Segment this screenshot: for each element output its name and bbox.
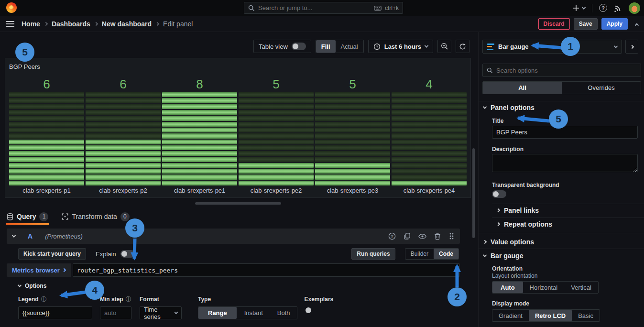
tab-query[interactable]: Query 1 [7, 209, 48, 224]
transform-icon [62, 213, 68, 220]
options-search[interactable] [482, 64, 641, 77]
menu-icon[interactable] [6, 21, 14, 27]
code-option[interactable]: Code [434, 249, 458, 259]
collapse-chevron-up-icon[interactable] [635, 23, 639, 27]
time-range-picker[interactable]: Last 6 hours [368, 40, 433, 53]
builder-option[interactable]: Builder [405, 249, 434, 259]
run-queries-button[interactable]: Run queries [351, 248, 395, 260]
lcd-cell [392, 151, 467, 156]
query-help-icon[interactable]: ? [388, 232, 396, 240]
duplicate-query-icon[interactable] [404, 232, 411, 240]
min-step-input[interactable] [100, 306, 131, 319]
lcd-cell [9, 140, 84, 144]
search-input[interactable] [258, 4, 371, 11]
discard-button[interactable]: Discard [538, 18, 570, 30]
format-select[interactable]: Time series [140, 306, 182, 319]
display-retro-lcd-option[interactable]: Retro LCD [529, 310, 572, 321]
vertical-scrollbar[interactable] [472, 148, 475, 238]
global-search[interactable]: ctrl+k [244, 2, 403, 14]
transparent-background-toggle[interactable] [492, 190, 506, 198]
value-options-section[interactable]: Value options [483, 238, 534, 246]
query-expression-input[interactable] [73, 263, 460, 277]
drag-handle-icon[interactable] [448, 232, 454, 240]
lcd-cell [315, 133, 390, 138]
lcd-cell [315, 163, 390, 168]
grafana-logo-icon[interactable] [6, 2, 17, 13]
actual-option[interactable]: Actual [336, 40, 363, 53]
panel-options-section[interactable]: Panel options [483, 104, 535, 111]
tab-query-label: Query [17, 213, 36, 220]
type-range-option[interactable]: Range [198, 307, 237, 319]
options-search-input[interactable] [496, 67, 637, 74]
refresh-button[interactable] [456, 40, 469, 53]
kick-start-query-button[interactable]: Kick start your query [18, 248, 86, 260]
toggle-visibility-icon[interactable] [418, 233, 426, 240]
avatar[interactable] [629, 2, 640, 14]
panel-title-input[interactable] [492, 126, 638, 139]
add-menu-button[interactable] [573, 5, 585, 11]
description-label: Description [492, 146, 524, 153]
lcd-cell [315, 104, 390, 109]
lcd-cell [9, 169, 84, 174]
bar-gauge-column: 4clab-srexperts-pe4 [392, 78, 467, 196]
lcd-cell [315, 174, 390, 179]
query-row-card: A (Prometheus) ? Kick start your query E… [7, 229, 460, 327]
active-tab-underline [6, 223, 49, 225]
chevron-right-icon [155, 22, 159, 26]
description-textarea[interactable] [492, 154, 638, 172]
info-icon[interactable]: ⓘ [126, 295, 131, 304]
news-rss-icon[interactable] [614, 4, 622, 12]
tab-transform-label: Transform data [72, 213, 117, 220]
expand-options-button[interactable] [625, 40, 638, 54]
panel-links-header: Panel links [504, 207, 539, 214]
apply-button[interactable]: Apply [601, 18, 628, 30]
orientation-auto-option[interactable]: Auto [492, 282, 523, 293]
repeat-options-section[interactable]: Repeat options [497, 220, 552, 228]
tab-transform-data[interactable]: Transform data 0 [62, 209, 129, 224]
refresh-icon [459, 43, 466, 50]
table-view-label: Table view [259, 43, 288, 50]
svg-text:?: ? [391, 234, 393, 239]
tab-overrides[interactable]: Overrides [562, 82, 641, 94]
lcd-cell [162, 128, 237, 132]
display-basic-option[interactable]: Basic [572, 310, 600, 321]
delete-query-icon[interactable] [434, 233, 441, 240]
zoom-out-button[interactable] [437, 40, 451, 53]
panel-links-section[interactable]: Panel links [497, 207, 539, 214]
fill-option[interactable]: Fill [316, 40, 336, 53]
panel-options-header: Panel options [491, 104, 535, 111]
lcd-cell [86, 116, 161, 120]
query-count-badge: 1 [39, 212, 48, 221]
orientation-horizontal-option[interactable]: Horizontal [523, 282, 565, 293]
breadcrumb-dashboards[interactable]: Dashboards [52, 20, 90, 28]
bar-category-label: clab-srexperts-pe1 [162, 185, 237, 196]
collapse-chevron-icon[interactable] [12, 233, 16, 237]
type-both-option[interactable]: Both [271, 307, 297, 319]
chevron-down-icon [174, 310, 178, 314]
orientation-vertical-option[interactable]: Vertical [564, 282, 598, 293]
help-icon[interactable]: ? [599, 4, 607, 12]
table-view-toggle[interactable] [292, 43, 306, 50]
bar-gauge-section[interactable]: Bar gauge [483, 252, 523, 260]
save-button[interactable]: Save [574, 18, 598, 30]
breadcrumb-bar: Home Dashboards New dashboard Edit panel… [0, 16, 644, 32]
info-icon[interactable]: ⓘ [41, 295, 47, 304]
metrics-browser-button[interactable]: Metrics browser [7, 263, 71, 277]
type-instant-option[interactable]: Instant [237, 307, 271, 319]
visualization-picker[interactable]: Bar gauge [482, 40, 622, 54]
breadcrumb-new-dashboard[interactable]: New dashboard [102, 20, 152, 28]
lcd-cell [86, 163, 161, 168]
options-section-header[interactable]: Options [18, 283, 460, 289]
explain-toggle[interactable] [120, 250, 135, 258]
bar-gauge-viz-icon [487, 44, 494, 50]
lcd-cell [9, 181, 84, 185]
display-gradient-option[interactable]: Gradient [492, 310, 529, 321]
zoom-out-icon [441, 43, 448, 50]
query-row-header[interactable]: A (Prometheus) ? [7, 229, 460, 244]
horizontal-scrollbar[interactable] [195, 202, 281, 205]
breadcrumb-home[interactable]: Home [22, 20, 40, 28]
lcd-cell [239, 181, 314, 185]
lcd-cell [392, 116, 467, 120]
tab-all[interactable]: All [483, 82, 562, 94]
legend-input[interactable] [18, 306, 92, 319]
